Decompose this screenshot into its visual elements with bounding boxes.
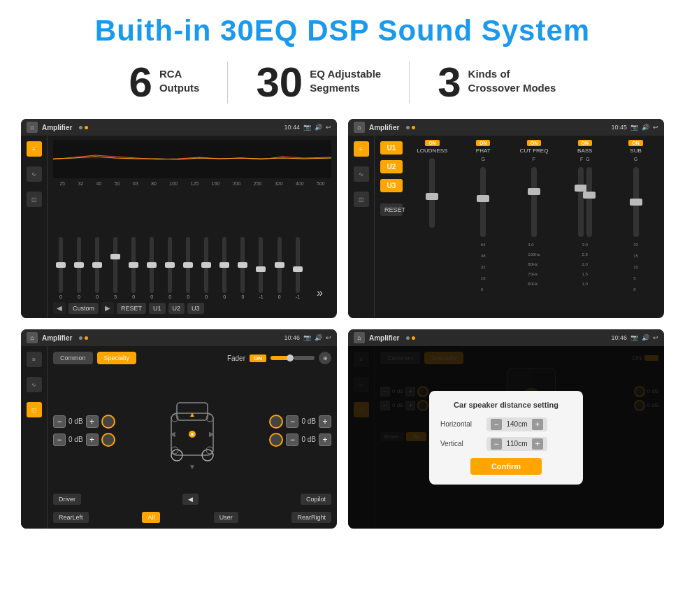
stats-row: 6 RCA Outputs 30 EQ Adjustable Segments …	[21, 62, 664, 103]
vertical-minus-btn[interactable]: −	[491, 438, 502, 450]
dsp-sidebar: ≡ ∿ ◫	[348, 136, 375, 318]
ch-loudness-slider[interactable]	[429, 158, 435, 228]
ch-loudness-on: ON	[425, 140, 440, 146]
eq-slider-2: 0	[95, 237, 99, 299]
vol-fl-plus[interactable]: +	[86, 415, 99, 428]
vol-rl-plus[interactable]: +	[86, 434, 99, 446]
eq-u2-btn[interactable]: U2	[168, 303, 185, 314]
fader-bottom-bar: Driver ◀ Copilot	[53, 494, 331, 505]
dsp-filter-icon[interactable]: ≡	[354, 141, 369, 157]
vol-icon-3: 🔊	[315, 334, 322, 341]
fader-h-slider2[interactable]	[294, 356, 315, 360]
dot-8	[412, 336, 415, 340]
fader-wave-icon[interactable]: ∿	[27, 377, 42, 392]
user-btn[interactable]: User	[214, 512, 238, 523]
copilot-btn[interactable]: Copilot	[301, 494, 331, 505]
stat-eq: 30 EQ Adjustable Segments	[228, 62, 410, 103]
stat-label-crossover-1: Kinds of	[468, 67, 556, 81]
speaker-rl	[101, 433, 115, 447]
wave-icon[interactable]: ∿	[27, 166, 42, 182]
confirm-button[interactable]: Confirm	[470, 458, 542, 475]
ch-cutfreq-slider[interactable]	[531, 167, 537, 237]
tab-specialty[interactable]: Specialty	[97, 352, 137, 364]
eq-filter-icon[interactable]: ≡	[27, 141, 42, 157]
eq-prev-btn[interactable]: ◀	[53, 302, 66, 314]
vol-fl-minus[interactable]: −	[53, 415, 66, 428]
speaker-icon-sidebar[interactable]: ◫	[27, 192, 42, 207]
fader-expand-icon[interactable]: ⊕	[319, 352, 331, 364]
status-bar-2: ⌂ Amplifier 10:45 📷 🔊 ↩	[348, 119, 664, 136]
rearleft-btn[interactable]: RearLeft	[53, 512, 89, 523]
speaker-fl	[101, 415, 115, 429]
stat-label-crossover-2: Crossover Modes	[468, 81, 556, 95]
fader-tabs: Common Specialty	[53, 352, 136, 364]
tab-common[interactable]: Common	[53, 352, 93, 364]
home-icon-4[interactable]: ⌂	[354, 332, 365, 343]
vol-rl-minus[interactable]: −	[53, 434, 66, 446]
horizontal-minus-btn[interactable]: −	[491, 419, 502, 430]
camera-icon-1: 📷	[303, 124, 311, 131]
stat-rca: 6 RCA Outputs	[101, 62, 229, 103]
fader-filter-icon[interactable]: ≡	[27, 352, 42, 367]
eq-slider-12: 0	[277, 237, 282, 299]
ch-sub-slider[interactable]	[633, 167, 639, 237]
eq-next-btn[interactable]: ▶	[101, 302, 114, 314]
svg-point-7	[191, 433, 194, 436]
dsp-reset-btn[interactable]: RESET	[380, 203, 403, 216]
stat-label-rca-2: Outputs	[159, 81, 200, 95]
eq-preset-custom[interactable]: Custom	[68, 303, 99, 314]
camera-icon-4: 📷	[630, 334, 638, 341]
fader-left-arrow[interactable]: ◀	[182, 494, 199, 505]
vol-icon-1: 🔊	[315, 124, 322, 131]
dsp-wave-icon[interactable]: ∿	[354, 166, 369, 182]
vol-fr-value: 0 dB	[301, 417, 316, 425]
fader-h-slider[interactable]	[271, 356, 291, 360]
rearright-btn[interactable]: RearRight	[291, 512, 331, 523]
eq-slider-6: 0	[168, 237, 172, 299]
u1-button[interactable]: U1	[380, 141, 403, 155]
eq-u1-btn[interactable]: U1	[149, 303, 166, 314]
home-icon-3[interactable]: ⌂	[27, 332, 38, 343]
dsp-u-buttons: U1 U2 U3 RESET	[375, 136, 408, 318]
dsp-speaker-icon[interactable]: ◫	[354, 192, 369, 207]
driver-btn[interactable]: Driver	[53, 494, 81, 505]
home-icon-2[interactable]: ⌂	[354, 122, 365, 133]
eq-slider-7: 0	[186, 237, 190, 299]
ch-bass-slider-f[interactable]	[578, 167, 584, 237]
ch-bass-slider-g[interactable]	[586, 167, 592, 237]
u3-button[interactable]: U3	[380, 179, 403, 192]
status-right-4: 10:46 📷 🔊 ↩	[611, 334, 658, 341]
stat-number-crossover: 3	[438, 62, 461, 103]
vol-rl-value: 0 dB	[68, 436, 83, 443]
vertical-plus-btn[interactable]: +	[532, 438, 543, 450]
status-bar-3: ⌂ Amplifier 10:46 📷 🔊 ↩	[21, 329, 337, 346]
dialog-horizontal-row: Horizontal − 140cm +	[440, 417, 572, 431]
dialog-vertical-row: Vertical − 110cm +	[440, 437, 572, 451]
app-name-3: Amplifier	[42, 334, 72, 342]
vol-fr-plus[interactable]: +	[319, 415, 331, 428]
dialog-vertical-label: Vertical	[440, 440, 482, 447]
all-btn[interactable]: All	[142, 512, 160, 523]
back-icon-2[interactable]: ↩	[653, 124, 658, 131]
vol-rr-value: 0 dB	[301, 436, 316, 443]
ch-phat-slider[interactable]	[480, 167, 486, 237]
screen-dialog: ⌂ Amplifier 10:46 📷 🔊 ↩ ≡	[348, 329, 664, 529]
fader-main-screen: ≡ ∿ ◫ Common Specialty Fader ON	[21, 346, 337, 529]
fader-speaker-icon[interactable]: ◫	[27, 402, 42, 417]
back-icon-1[interactable]: ↩	[326, 124, 331, 131]
expand-arrow[interactable]: »	[314, 287, 326, 299]
back-icon-3[interactable]: ↩	[326, 334, 331, 341]
vol-rr-minus[interactable]: −	[286, 434, 298, 446]
eq-u3-btn[interactable]: U3	[187, 303, 204, 314]
home-icon-1[interactable]: ⌂	[27, 122, 38, 133]
vol-rr-plus[interactable]: +	[319, 434, 331, 446]
stat-crossover: 3 Kinds of Crossover Modes	[410, 62, 584, 103]
u2-button[interactable]: U2	[380, 160, 403, 173]
eq-reset-btn[interactable]: RESET	[117, 303, 146, 314]
back-icon-4[interactable]: ↩	[653, 334, 658, 341]
horizontal-plus-btn[interactable]: +	[532, 419, 543, 430]
vol-fr-minus[interactable]: −	[286, 415, 298, 428]
eq-slider-0: 0	[59, 237, 63, 299]
svg-rect-0	[53, 140, 331, 178]
status-right-3: 10:46 📷 🔊 ↩	[284, 334, 331, 341]
